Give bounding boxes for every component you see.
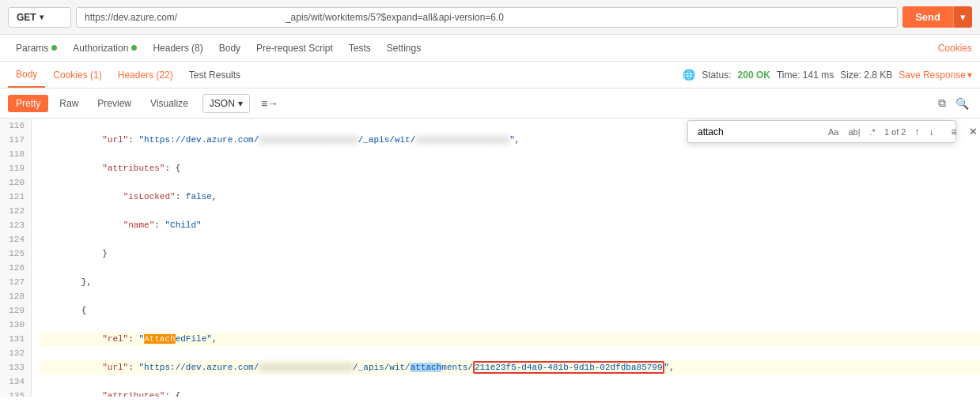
search-options: Aa ab| .* bbox=[824, 125, 880, 139]
url-bar: GET ▾ Send ▾ bbox=[0, 0, 980, 35]
code-line-122: { bbox=[40, 303, 980, 318]
res-tab-cookies-label: Cookies (1) bbox=[53, 70, 101, 81]
search-navigation: ↑ ↓ bbox=[910, 125, 937, 139]
tab-headers[interactable]: Headers (8) bbox=[145, 36, 210, 60]
code-line-123: "rel": "AttachedFile", bbox=[40, 332, 980, 346]
format-select[interactable]: JSON ▾ bbox=[202, 94, 250, 113]
res-tab-body-label: Body bbox=[16, 69, 37, 80]
code-line-118: "isLocked": false, bbox=[40, 190, 980, 204]
tab-tests-label: Tests bbox=[349, 43, 371, 54]
code-container: Aa ab| .* 1 of 2 ↑ ↓ ≡ ✕ 116 117 118 119… bbox=[0, 119, 980, 397]
tab-prerequest[interactable]: Pre-request Script bbox=[248, 36, 341, 60]
code-line-117: "attributes": { bbox=[40, 161, 980, 175]
params-dot bbox=[51, 45, 57, 51]
line-numbers: 116 117 118 119 120 121 122 123 124 125 … bbox=[0, 119, 32, 397]
tab-body-label: Body bbox=[219, 43, 240, 54]
search-close-button[interactable]: ✕ bbox=[965, 124, 980, 139]
tab-settings-label: Settings bbox=[387, 43, 421, 54]
match-case-button[interactable]: Aa bbox=[824, 125, 842, 139]
status-info: 🌐 Status: 200 OK Time: 141 ms Size: 2.8 … bbox=[683, 69, 972, 81]
save-response-label: Save Response bbox=[899, 70, 966, 81]
globe-icon: 🌐 bbox=[683, 69, 695, 81]
status-label: Status: bbox=[702, 70, 731, 81]
response-tabs: Body Cookies (1) Headers (22) Test Resul… bbox=[0, 62, 980, 88]
format-select-label: JSON bbox=[210, 98, 235, 109]
method-chevron-icon: ▾ bbox=[40, 13, 44, 21]
search-toggle-button[interactable]: 🔍 bbox=[952, 94, 972, 113]
tab-prerequest-label: Pre-request Script bbox=[256, 43, 333, 54]
time-label: Time: 141 ms bbox=[777, 70, 834, 81]
send-button-group: Send ▾ bbox=[902, 6, 972, 28]
fmt-visualize-button[interactable]: Visualize bbox=[142, 95, 196, 112]
tab-params[interactable]: Params bbox=[8, 36, 65, 60]
res-tab-body[interactable]: Body bbox=[8, 62, 45, 88]
method-label: GET bbox=[17, 12, 36, 23]
send-dropdown-button[interactable]: ▾ bbox=[953, 6, 972, 28]
res-tab-test-results-label: Test Results bbox=[189, 70, 240, 81]
save-response-chevron-icon: ▾ bbox=[967, 70, 972, 81]
tab-params-label: Params bbox=[16, 43, 48, 54]
save-response-button[interactable]: Save Response ▾ bbox=[899, 70, 972, 81]
code-line-121: }, bbox=[40, 275, 980, 289]
cookies-link[interactable]: Cookies bbox=[938, 43, 972, 54]
code-scroll[interactable]: 116 117 118 119 120 121 122 123 124 125 … bbox=[0, 119, 980, 397]
url-input[interactable] bbox=[76, 7, 898, 28]
method-select[interactable]: GET ▾ bbox=[8, 7, 71, 28]
format-bar: Pretty Raw Preview Visualize JSON ▾ ≡→ ⧉… bbox=[0, 88, 980, 119]
whole-word-button[interactable]: ab| bbox=[844, 125, 864, 139]
code-line-119: "name": "Child" bbox=[40, 218, 980, 232]
request-tabs: Params Authorization Headers (8) Body Pr… bbox=[0, 35, 980, 62]
tab-authorization[interactable]: Authorization bbox=[65, 36, 145, 60]
res-tab-headers[interactable]: Headers (22) bbox=[110, 63, 181, 87]
code-line-125: "attributes": { bbox=[40, 389, 980, 397]
res-tab-headers-label: Headers (22) bbox=[118, 70, 173, 81]
code-line-120: } bbox=[40, 247, 980, 261]
fmt-pretty-button[interactable]: Pretty bbox=[8, 95, 48, 112]
fmt-preview-button[interactable]: Preview bbox=[89, 95, 139, 112]
search-input[interactable] bbox=[694, 125, 819, 139]
tab-headers-label: Headers (8) bbox=[153, 43, 202, 54]
tab-authorization-label: Authorization bbox=[73, 43, 128, 54]
authorization-dot bbox=[131, 45, 137, 51]
search-count: 1 of 2 bbox=[884, 127, 906, 137]
fmt-raw-button[interactable]: Raw bbox=[51, 95, 86, 112]
copy-button[interactable]: ⧉ bbox=[935, 93, 949, 113]
code-line-124: "url": "https://dev.azure.com/xxxxxxxxxx… bbox=[40, 360, 980, 374]
tab-tests[interactable]: Tests bbox=[341, 36, 379, 60]
format-select-chevron-icon: ▾ bbox=[238, 98, 243, 109]
tab-body[interactable]: Body bbox=[211, 36, 248, 60]
regex-button[interactable]: .* bbox=[866, 125, 880, 139]
status-value: 200 OK bbox=[738, 70, 770, 81]
send-main-button[interactable]: Send bbox=[902, 6, 953, 28]
size-label: Size: 2.8 KB bbox=[840, 70, 892, 81]
search-next-button[interactable]: ↓ bbox=[925, 125, 937, 139]
res-tab-cookies[interactable]: Cookies (1) bbox=[45, 63, 109, 87]
tab-settings[interactable]: Settings bbox=[379, 36, 429, 60]
wrap-lines-button[interactable]: ≡→ bbox=[253, 94, 286, 113]
code-content: "url": "https://dev.azure.com/xxxxxxxxxx… bbox=[32, 119, 980, 397]
search-overlay: Aa ab| .* 1 of 2 ↑ ↓ ≡ ✕ bbox=[687, 120, 956, 143]
search-prev-button[interactable]: ↑ bbox=[910, 125, 923, 139]
search-lines-button[interactable]: ≡ bbox=[947, 125, 960, 139]
res-tab-test-results[interactable]: Test Results bbox=[181, 63, 248, 87]
